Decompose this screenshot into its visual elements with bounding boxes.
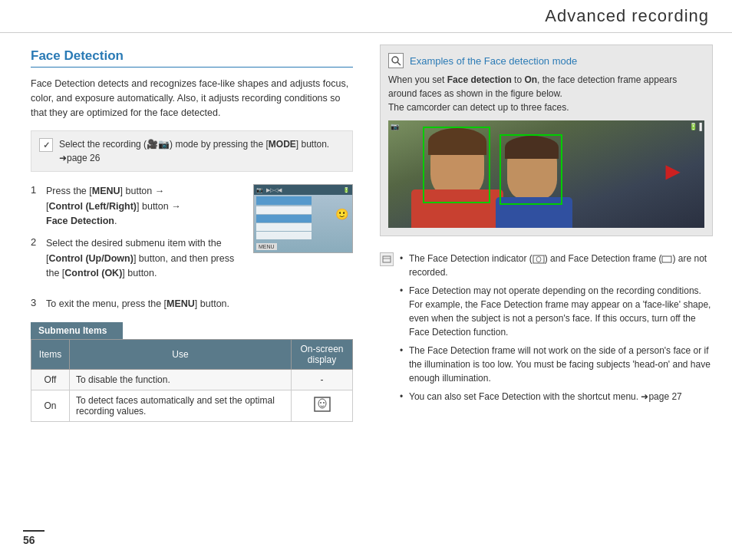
example-title: Examples of the Face detection mode xyxy=(410,55,577,67)
col-display: On-screendisplay xyxy=(292,339,353,369)
main-layout: Face Detection Face Detection detects an… xyxy=(0,33,732,555)
item-on: On xyxy=(31,390,70,421)
step-number-1: 1 xyxy=(31,184,41,196)
svg-line-5 xyxy=(397,62,401,65)
example-header: Examples of the Face detection mode xyxy=(388,53,704,68)
pencil-icon xyxy=(382,255,391,264)
note-pencil-icon xyxy=(380,252,394,266)
col-use: Use xyxy=(70,339,292,369)
use-on: To detect faces automatically and set th… xyxy=(70,390,292,421)
step-1: 1 Press the [MENU] button →[Control (Lef… xyxy=(31,184,246,229)
item-off: Off xyxy=(31,369,70,390)
left-column: Face Detection Face Detection detects an… xyxy=(0,33,368,555)
svg-point-4 xyxy=(392,57,398,63)
step-2: 2 Select the desired submenu item with t… xyxy=(31,236,246,281)
example-box: Examples of the Face detection mode When… xyxy=(380,44,713,236)
list-item: You can also set Face Detection with the… xyxy=(400,390,713,404)
page-number: 56 xyxy=(23,530,45,546)
col-items: Items xyxy=(31,339,70,369)
note-box-mode: ✓ Select the recording (🎥📷) mode by pres… xyxy=(31,130,353,172)
example-desc: When you set Face detection to On, the f… xyxy=(388,73,704,114)
svg-point-2 xyxy=(320,402,321,404)
list-item: The Face Detection indicator () and Face… xyxy=(400,252,713,279)
checkmark-icon: ✓ xyxy=(39,138,53,152)
step-1-text: 1 Press the [MENU] button →[Control (Lef… xyxy=(31,184,246,288)
face-detect-icon xyxy=(314,397,331,412)
list-item: Face Detection may not operate depending… xyxy=(400,284,713,339)
table-row: On To detect faces automatically and set… xyxy=(31,390,353,421)
display-off: - xyxy=(292,369,353,390)
right-column: Examples of the Face detection mode When… xyxy=(368,33,732,555)
face-detection-image: ► 📷 🔋▐ xyxy=(388,120,704,228)
display-on xyxy=(292,390,353,421)
bullet-list: The Face Detection indicator () and Face… xyxy=(400,252,713,408)
submenu-table: Items Use On-screendisplay Off To disabl… xyxy=(31,339,353,422)
svg-rect-0 xyxy=(315,397,330,411)
submenu-title: Submenu Items xyxy=(31,322,123,339)
step-content-1: Press the [MENU] button →[Control (Left/… xyxy=(46,184,246,229)
page-header: Advanced recording xyxy=(0,0,732,33)
section-title: Face Detection xyxy=(31,48,353,68)
svg-point-3 xyxy=(323,402,325,404)
step-3: 3 To exit the menu, press the [MENU] but… xyxy=(31,297,353,311)
svg-point-9 xyxy=(536,256,541,262)
submenu-section: Submenu Items Items Use On-screendisplay… xyxy=(31,322,353,422)
example-icon xyxy=(388,53,404,68)
list-item: The Face Detection frame will not work o… xyxy=(400,344,713,385)
search-icon xyxy=(391,55,401,66)
intro-text: Face Detection detects and recognizes fa… xyxy=(31,77,353,120)
step-number-2: 2 xyxy=(31,236,41,248)
svg-rect-10 xyxy=(662,256,671,262)
note-box-text: Select the recording (🎥📷) mode by pressi… xyxy=(59,137,345,165)
right-note-box: The Face Detection indicator () and Face… xyxy=(380,247,713,413)
step-content-2: Select the desired submenu item with the… xyxy=(46,236,246,281)
step-number-3: 3 xyxy=(31,297,41,308)
page-title: Advanced recording xyxy=(545,6,709,26)
use-off: To disable the function. xyxy=(70,369,292,390)
step-1-container: 1 Press the [MENU] button →[Control (Lef… xyxy=(31,184,353,288)
table-row: Off To disable the function. - xyxy=(31,369,353,390)
step-content-3: To exit the menu, press the [MENU] butto… xyxy=(46,297,353,311)
svg-rect-6 xyxy=(383,256,391,262)
notes-section: The Face Detection indicator () and Face… xyxy=(380,247,713,413)
camera-ui-screenshot: 📷 ▶▷◁◀ 🔋 MENU 🙂 xyxy=(253,184,353,253)
